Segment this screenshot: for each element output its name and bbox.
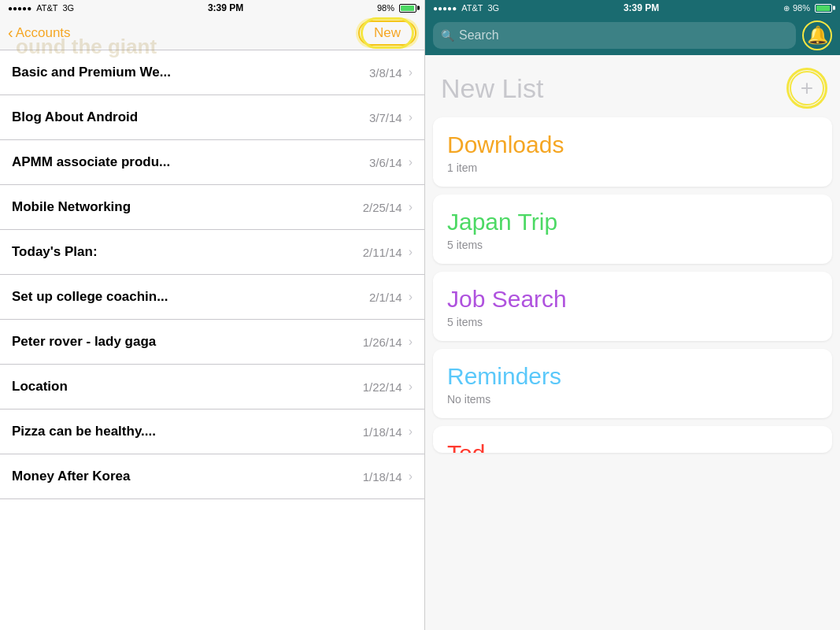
alarm-icon: 🔔 — [807, 25, 828, 46]
list-item[interactable]: Peter rover - lady gaga 1/26/14 › — [0, 320, 424, 365]
list-item-chevron-icon: › — [409, 245, 413, 259]
list-item-date: 2/11/14 — [363, 246, 402, 259]
list-card-todo[interactable]: Tod... — [433, 426, 832, 453]
left-carrier: AT&T — [36, 3, 57, 13]
new-button-wrapper: New — [358, 20, 416, 46]
list-item[interactable]: Mobile Networking 2/25/14 › — [0, 185, 424, 230]
list-item[interactable]: Set up college coachin... 2/1/14 › — [0, 275, 424, 320]
list-item[interactable]: Basic and Premium We... 3/8/14 › — [0, 50, 424, 95]
list-item[interactable]: Pizza can be healthy.... 1/18/14 › — [0, 410, 424, 454]
right-battery-icon — [815, 4, 832, 13]
list-item-date: 2/1/14 — [369, 291, 402, 304]
right-content: New List + Downloads 1 item Japan Trip 5… — [425, 55, 840, 630]
right-status-bar: ●●●●● AT&T 3G 3:39 PM ⊕ 98% — [425, 0, 840, 16]
list-item-title: Set up college coachin... — [12, 289, 369, 305]
list-card-job-search[interactable]: Job Search 5 items — [433, 272, 832, 341]
list-item-title: Money After Korea — [12, 469, 363, 484]
list-item-title: Basic and Premium We... — [12, 65, 369, 80]
left-battery-pct: 98% — [377, 3, 394, 13]
list-card-count: 5 items — [447, 316, 818, 328]
list-item-title: Blog About Android — [12, 109, 369, 125]
list-card-japan-trip[interactable]: Japan Trip 5 items — [433, 195, 832, 264]
plus-button[interactable]: + — [790, 71, 824, 106]
signal-dot-1: ●●●●● — [8, 4, 31, 13]
notes-list[interactable]: Basic and Premium We... 3/8/14 › Blog Ab… — [0, 50, 424, 630]
right-nav-bar: 🔍 Search 🔔 — [425, 16, 840, 55]
list-card-name: Tod... — [447, 440, 818, 453]
list-item-chevron-icon: › — [409, 424, 413, 439]
list-item[interactable]: APMM associate produ... 3/6/14 › — [0, 140, 424, 185]
list-item-date: 1/26/14 — [363, 335, 402, 349]
list-item[interactable]: Location 1/22/14 › — [0, 365, 424, 410]
list-card-name: Japan Trip — [447, 209, 818, 235]
list-item-chevron-icon: › — [409, 65, 413, 80]
list-card-downloads[interactable]: Downloads 1 item — [433, 117, 832, 187]
right-network: 3G — [488, 3, 500, 13]
left-nav-bar: ‹ Accounts New — [0, 16, 424, 50]
list-item-date: 1/22/14 — [363, 380, 402, 394]
list-item-chevron-icon: › — [409, 110, 413, 124]
list-card-name: Reminders — [447, 363, 818, 390]
list-item-title: Today's Plan: — [12, 244, 363, 260]
list-card-count: 5 items — [447, 239, 818, 251]
left-signal: ●●●●● AT&T 3G — [8, 3, 74, 13]
list-item-chevron-icon: › — [409, 200, 413, 214]
plus-button-wrapper: + — [790, 71, 824, 106]
right-battery-fill — [816, 6, 830, 11]
new-list-header: New List + — [425, 63, 840, 117]
list-item-title: APMM associate produ... — [12, 154, 369, 170]
right-battery-area: ⊕ 98% — [783, 3, 832, 13]
list-item[interactable]: Today's Plan: 2/11/14 › — [0, 230, 424, 275]
new-list-title: New List — [441, 73, 543, 104]
search-placeholder: Search — [459, 28, 499, 43]
list-card-count: No items — [447, 393, 818, 406]
left-time: 3:39 PM — [208, 2, 243, 13]
list-card-count: 1 item — [447, 161, 818, 174]
list-card-name: Downloads — [447, 132, 818, 158]
left-network: 3G — [63, 3, 75, 13]
list-item-date: 1/18/14 — [363, 425, 402, 439]
alarm-button[interactable]: 🔔 — [802, 20, 832, 50]
accounts-label: Accounts — [16, 25, 71, 41]
right-panel: ●●●●● AT&T 3G 3:39 PM ⊕ 98% 🔍 Search 🔔 N… — [425, 0, 840, 630]
list-item-chevron-icon: › — [409, 335, 413, 349]
list-item-chevron-icon: › — [409, 380, 413, 394]
list-card-name: Job Search — [447, 286, 818, 313]
list-item-date: 2/25/14 — [363, 201, 402, 214]
list-item-date: 1/18/14 — [363, 470, 402, 484]
list-item-title: Mobile Networking — [12, 199, 363, 215]
new-button[interactable]: New — [358, 20, 416, 46]
back-button[interactable]: ‹ Accounts — [8, 24, 71, 42]
right-signal-dots: ●●●●● — [433, 4, 457, 13]
right-battery-pct: 98% — [793, 3, 810, 13]
list-item-date: 3/6/14 — [369, 156, 402, 169]
list-card-reminders[interactable]: Reminders No items — [433, 349, 832, 418]
list-item-date: 3/7/14 — [369, 111, 402, 124]
list-item[interactable]: Blog About Android 3/7/14 › — [0, 95, 424, 140]
search-icon: 🔍 — [441, 29, 454, 42]
list-item-chevron-icon: › — [409, 290, 413, 304]
left-battery-area: 98% — [377, 3, 416, 13]
right-location-icon: ⊕ — [783, 4, 790, 13]
list-item-title: Peter rover - lady gaga — [12, 334, 363, 350]
back-chevron-icon: ‹ — [8, 24, 13, 42]
left-panel: ●●●●● AT&T 3G 3:39 PM 98% ‹ Accounts New… — [0, 0, 425, 630]
list-item-title: Pizza can be healthy.... — [12, 424, 363, 439]
right-signal: ●●●●● AT&T 3G — [433, 3, 499, 13]
search-bar[interactable]: 🔍 Search — [433, 22, 796, 49]
list-item[interactable]: Money After Korea 1/18/14 › — [0, 454, 424, 499]
left-battery-fill — [401, 6, 414, 11]
list-item-chevron-icon: › — [409, 155, 413, 169]
list-item-date: 3/8/14 — [369, 66, 402, 80]
right-carrier: AT&T — [461, 3, 483, 13]
right-time: 3:39 PM — [624, 2, 659, 13]
list-item-title: Location — [12, 379, 363, 395]
left-battery-icon — [399, 4, 416, 13]
list-item-chevron-icon: › — [409, 469, 413, 484]
left-status-bar: ●●●●● AT&T 3G 3:39 PM 98% — [0, 0, 424, 16]
